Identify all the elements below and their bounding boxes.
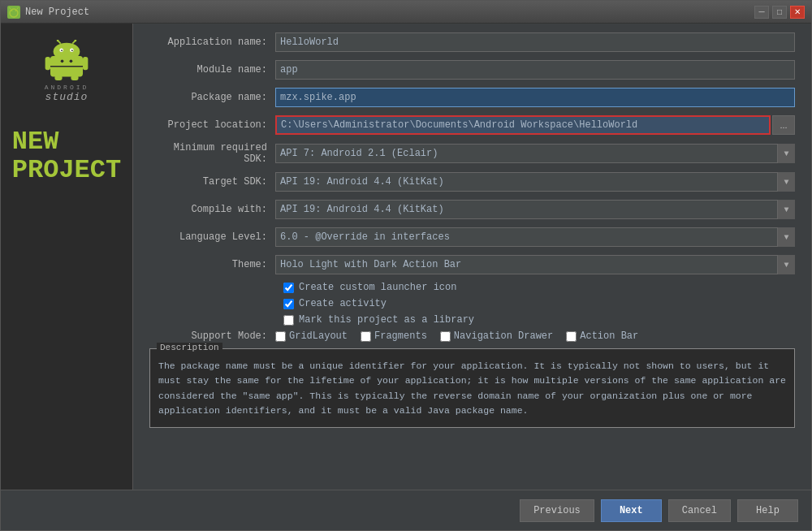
project-location-input[interactable] xyxy=(275,115,771,135)
sidebar: ANDROID studio NEW PROJECT xyxy=(1,24,133,490)
module-name-label: Module name: xyxy=(149,64,275,76)
close-button[interactable]: ✕ xyxy=(790,6,805,19)
svg-point-20 xyxy=(61,60,64,63)
window-controls: ─ □ ✕ xyxy=(754,6,805,19)
svg-line-3 xyxy=(10,7,11,9)
create-activity-row: Create activity xyxy=(149,298,795,309)
launcher-icon-label[interactable]: Create custom launcher icon xyxy=(299,282,456,293)
app-icon xyxy=(7,6,20,19)
browse-button[interactable]: ... xyxy=(772,115,795,135)
target-sdk-wrapper: API 19: Android 4.4 (KitKat) ▼ xyxy=(275,172,795,192)
compile-with-label: Compile with: xyxy=(149,204,275,215)
studio-label: studio xyxy=(45,91,89,103)
target-sdk-label: Target SDK: xyxy=(149,176,275,188)
support-options: GridLayout Fragments Navigation Drawer A… xyxy=(275,330,638,342)
compile-with-wrapper: API 19: Android 4.4 (KitKat) ▼ xyxy=(275,200,795,219)
title-bar: New Project ─ □ ✕ xyxy=(1,1,811,24)
description-box: Description The package name must be a u… xyxy=(149,348,795,428)
package-name-row: Package name: xyxy=(149,87,795,108)
svg-rect-17 xyxy=(54,76,62,80)
project-location-row: Project location: ... xyxy=(149,114,795,136)
package-name-label: Package name: xyxy=(149,92,275,103)
svg-rect-18 xyxy=(71,76,78,80)
actionbar-option: Action Bar xyxy=(566,330,638,342)
support-mode-row: Support Mode: GridLayout Fragments Navig… xyxy=(149,330,795,342)
new-project-label: NEW PROJECT xyxy=(4,127,129,184)
app-name-label: Application name: xyxy=(149,37,275,48)
fragments-checkbox[interactable] xyxy=(361,331,371,342)
description-text-2: stay the same for the lifetime of your a… xyxy=(158,375,786,416)
min-sdk-select[interactable]: API 7: Android 2.1 (Eclair) xyxy=(275,144,795,163)
help-button[interactable]: Help xyxy=(737,499,798,522)
gridlayout-label[interactable]: GridLayout xyxy=(289,330,348,342)
android-label: ANDROID xyxy=(45,84,89,91)
svg-rect-16 xyxy=(83,57,88,70)
create-activity-checkbox[interactable] xyxy=(283,299,294,309)
theme-wrapper: Holo Light with Dark Action Bar ▼ xyxy=(275,255,795,274)
gridlayout-checkbox[interactable] xyxy=(275,331,286,342)
library-label[interactable]: Mark this project as a library xyxy=(299,314,474,326)
svg-point-1 xyxy=(11,10,13,11)
window-title: New Project xyxy=(25,6,754,18)
form-area: Application name: Module name: Package n… xyxy=(133,24,811,490)
actionbar-label[interactable]: Action Bar xyxy=(580,330,638,342)
minimize-button[interactable]: ─ xyxy=(754,6,769,19)
navdrawer-option: Navigation Drawer xyxy=(440,330,553,342)
language-level-select[interactable]: 6.0 - @Override in interfaces xyxy=(275,227,795,247)
min-sdk-row: Minimum required SDK: API 7: Android 2.1… xyxy=(149,142,795,165)
svg-point-21 xyxy=(70,60,73,63)
description-content: The package name must be a unique identi… xyxy=(152,351,793,425)
previous-button[interactable]: Previous xyxy=(520,499,594,522)
language-level-wrapper: 6.0 - @Override in interfaces ▼ xyxy=(275,227,795,247)
description-text-1: The package name must be a unique identi… xyxy=(158,360,769,371)
project-location-label: Project location: xyxy=(149,119,275,131)
svg-point-10 xyxy=(71,50,73,51)
sidebar-logo: ANDROID studio xyxy=(42,40,91,103)
theme-label: Theme: xyxy=(149,259,275,270)
svg-point-6 xyxy=(54,43,80,61)
description-title: Description xyxy=(157,343,222,352)
language-level-row: Language Level: 6.0 - @Override in inter… xyxy=(149,227,795,248)
maximize-button[interactable]: □ xyxy=(772,6,787,19)
compile-with-row: Compile with: API 19: Android 4.4 (KitKa… xyxy=(149,199,795,220)
content-area: ANDROID studio NEW PROJECT Application n… xyxy=(1,24,811,490)
app-name-row: Application name: xyxy=(149,32,795,53)
package-name-input[interactable] xyxy=(275,88,795,107)
svg-point-2 xyxy=(15,10,17,11)
support-mode-label: Support Mode: xyxy=(149,330,275,342)
cancel-button[interactable]: Cancel xyxy=(668,499,731,522)
theme-select[interactable]: Holo Light with Dark Action Bar xyxy=(275,255,795,274)
navdrawer-label[interactable]: Navigation Drawer xyxy=(454,330,553,342)
language-level-label: Language Level: xyxy=(149,231,275,243)
app-name-input[interactable] xyxy=(275,32,795,52)
module-name-input[interactable] xyxy=(275,60,795,80)
android-mascot-icon xyxy=(42,40,91,80)
target-sdk-row: Target SDK: API 19: Android 4.4 (KitKat)… xyxy=(149,171,795,192)
fragments-option: Fragments xyxy=(361,330,427,342)
footer: Previous Next Cancel Help xyxy=(1,490,811,530)
main-window: New Project ─ □ ✕ xyxy=(0,0,812,531)
library-checkbox[interactable] xyxy=(283,315,294,326)
gridlayout-option: GridLayout xyxy=(275,330,348,342)
theme-row: Theme: Holo Light with Dark Action Bar ▼ xyxy=(149,254,795,275)
svg-point-9 xyxy=(61,50,63,51)
module-name-row: Module name: xyxy=(149,59,795,80)
description-bold: must xyxy=(158,375,181,386)
launcher-icon-row: Create custom launcher icon xyxy=(149,282,795,293)
actionbar-checkbox[interactable] xyxy=(566,331,577,342)
svg-rect-15 xyxy=(45,57,50,70)
create-activity-label[interactable]: Create activity xyxy=(299,298,387,309)
min-sdk-wrapper: API 7: Android 2.1 (Eclair) ▼ xyxy=(275,144,795,163)
library-row: Mark this project as a library xyxy=(149,314,795,326)
target-sdk-select[interactable]: API 19: Android 4.4 (KitKat) xyxy=(275,172,795,192)
fragments-label[interactable]: Fragments xyxy=(374,330,427,342)
svg-point-0 xyxy=(10,9,18,17)
next-button[interactable]: Next xyxy=(601,499,662,522)
launcher-icon-checkbox[interactable] xyxy=(283,283,294,293)
svg-line-4 xyxy=(17,7,19,9)
compile-with-select[interactable]: API 19: Android 4.4 (KitKat) xyxy=(275,200,795,219)
navdrawer-checkbox[interactable] xyxy=(440,331,451,342)
min-sdk-label: Minimum required SDK: xyxy=(149,142,275,165)
